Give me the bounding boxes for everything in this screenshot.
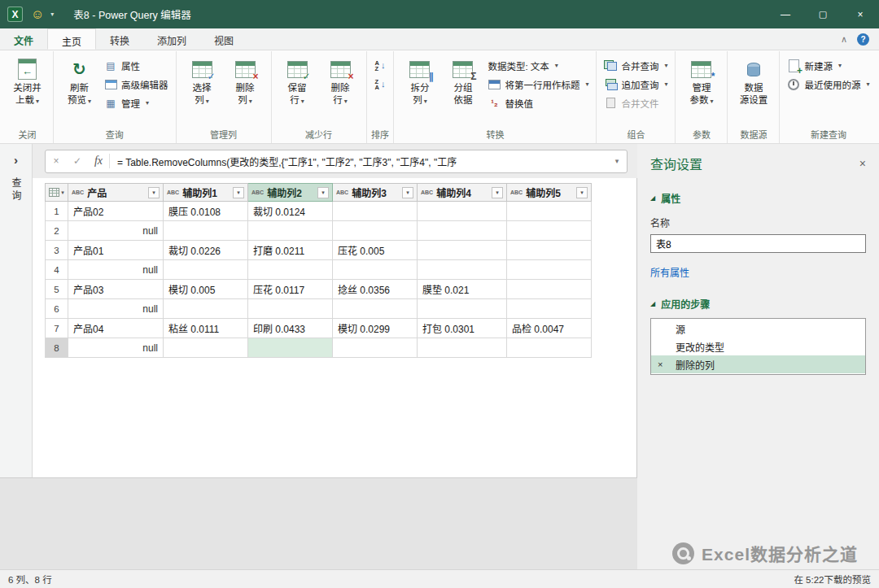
grid-cell[interactable] [164, 260, 248, 280]
applied-steps-section-header[interactable]: ◢ 应用的步骤 [650, 297, 866, 311]
close-panel-icon[interactable]: × [859, 157, 866, 170]
grid-cell[interactable] [248, 299, 333, 319]
grid-cell[interactable]: 打包 0.0301 [418, 319, 507, 338]
formula-cancel-icon[interactable]: × [46, 155, 67, 167]
formula-text[interactable]: = Table.RemoveColumns(更改的类型,{"工序1", "工序2… [110, 155, 607, 168]
column-header-6[interactable]: ABC辅助列5▾ [507, 184, 592, 202]
grid-cell[interactable] [164, 221, 248, 241]
grid-cell[interactable]: 打磨 0.0211 [248, 241, 333, 260]
formula-confirm-icon[interactable]: ✓ [67, 155, 88, 167]
grid-cell[interactable]: 模切 0.005 [164, 280, 248, 299]
delete-step-icon[interactable]: × [658, 359, 663, 369]
query-name-input[interactable] [650, 234, 866, 253]
split-column-button[interactable]: ∥ 拆分 列▾ [398, 53, 441, 107]
data-source-settings-button[interactable]: 数据 源设置 [732, 53, 775, 106]
grid-cell[interactable] [507, 338, 592, 358]
manage-button[interactable]: ▦ 管理 ▾ [101, 95, 172, 111]
grid-cell[interactable]: 捻丝 0.0356 [333, 280, 418, 299]
help-icon[interactable]: ? [857, 33, 869, 46]
grid-cell[interactable] [507, 260, 592, 280]
choose-columns-button[interactable]: ✓ 选择 列▾ [181, 53, 224, 107]
row-number[interactable]: 3 [46, 241, 68, 260]
filter-icon[interactable]: ▾ [233, 187, 244, 198]
step-removed-columns[interactable]: ×删除的列 [651, 355, 865, 373]
filter-icon[interactable]: ▾ [148, 187, 160, 198]
row-number[interactable]: 4 [46, 260, 68, 280]
grid-cell[interactable] [507, 202, 592, 221]
grid-cell[interactable] [248, 338, 333, 358]
grid-cell[interactable] [333, 260, 418, 280]
collapse-ribbon-icon[interactable]: ∧ [841, 34, 847, 45]
grid-cell[interactable] [164, 338, 248, 358]
grid-cell[interactable] [248, 221, 333, 241]
grid-cell[interactable]: 品检 0.0047 [507, 319, 592, 338]
grid-cell[interactable] [507, 299, 592, 319]
grid-cell[interactable]: 膜垫 0.021 [418, 280, 507, 299]
grid-cell[interactable] [333, 202, 418, 221]
advanced-editor-button[interactable]: 高级编辑器 [101, 76, 172, 92]
merge-queries-button[interactable]: 合并查询 ▾ [601, 58, 671, 73]
row-number[interactable]: 7 [46, 319, 68, 338]
grid-cell[interactable] [507, 241, 592, 260]
row-number[interactable]: 5 [46, 280, 68, 299]
properties-section-header[interactable]: ◢ 属性 [650, 191, 866, 205]
grid-cell[interactable] [333, 299, 418, 319]
grid-cell[interactable] [418, 260, 507, 280]
sort-descending-button[interactable]: ZA ↓ [371, 76, 390, 92]
row-number[interactable]: 8 [46, 338, 68, 358]
grid-cell[interactable]: 印刷 0.0433 [248, 319, 333, 338]
sort-ascending-button[interactable]: AZ ↓ [371, 58, 390, 73]
append-queries-button[interactable]: 追加查询 ▾ [601, 76, 671, 92]
tab-home[interactable]: 主页 [47, 28, 96, 50]
grid-cell[interactable] [164, 299, 248, 319]
grid-cell[interactable]: 压花 0.0117 [248, 280, 333, 299]
expand-queries-pane-icon[interactable]: › [14, 154, 18, 166]
grid-cell[interactable] [418, 299, 507, 319]
grid-cell[interactable]: 产品01 [68, 241, 164, 260]
grid-cell[interactable]: 膜压 0.0108 [164, 202, 248, 221]
grid-cell[interactable]: null [68, 338, 164, 358]
tab-file[interactable]: 文件 [0, 28, 47, 50]
grid-cell[interactable]: null [68, 221, 164, 241]
column-header-2[interactable]: ABC辅助列1▾ [164, 184, 248, 202]
all-properties-link[interactable]: 所有属性 [650, 265, 866, 279]
step-changed-type[interactable]: 更改的类型 [651, 338, 865, 355]
grid-cell[interactable]: 裁切 0.0226 [164, 241, 248, 260]
remove-columns-button[interactable]: × 删除 列▾ [224, 53, 267, 107]
tab-transform[interactable]: 转换 [96, 28, 143, 50]
formula-bar[interactable]: × ✓ fx = Table.RemoveColumns(更改的类型,{"工序1… [45, 150, 628, 173]
grid-cell[interactable] [418, 202, 507, 221]
grid-cell[interactable] [418, 338, 507, 358]
close-and-load-button[interactable]: ← 关闭并 上载▾ [6, 53, 49, 107]
grid-cell[interactable]: 产品04 [68, 319, 164, 338]
filter-icon[interactable]: ▾ [402, 187, 413, 198]
tab-view[interactable]: 视图 [200, 28, 247, 50]
properties-button[interactable]: ▤ 属性 [101, 58, 172, 73]
grid-cell[interactable] [333, 338, 418, 358]
data-type-button[interactable]: 数据类型: 文本 ▾ [484, 58, 592, 73]
combine-files-button[interactable]: 合并文件 [601, 95, 671, 111]
manage-parameters-button[interactable]: * 管理 参数▾ [680, 53, 723, 107]
grid-cell[interactable]: 产品02 [68, 202, 164, 221]
tab-add-column[interactable]: 添加列 [143, 28, 200, 50]
minimize-button[interactable]: — [767, 0, 804, 28]
grid-cell[interactable]: 压花 0.005 [333, 241, 418, 260]
grid-cell[interactable]: null [68, 260, 164, 280]
row-number[interactable]: 1 [46, 202, 68, 221]
grid-cell[interactable]: 产品03 [68, 280, 164, 299]
row-number[interactable]: 2 [46, 221, 68, 241]
recent-sources-button[interactable]: 最近使用的源 ▾ [784, 76, 872, 92]
filter-icon[interactable]: ▾ [576, 187, 588, 198]
grid-cell[interactable] [418, 221, 507, 241]
grid-cell[interactable]: 裁切 0.0124 [248, 202, 333, 221]
select-all-cell[interactable]: ▾ [46, 184, 68, 202]
column-header-3[interactable]: ABC辅助列2▾ [248, 184, 333, 202]
filter-icon[interactable]: ▾ [317, 187, 329, 198]
replace-values-button[interactable]: ¹₂ 替换值 [484, 95, 592, 111]
use-first-row-as-headers-button[interactable]: 将第一行用作标题 ▾ [484, 76, 592, 92]
remove-rows-button[interactable]: × 删除 行▾ [319, 53, 362, 107]
filter-icon[interactable]: ▾ [492, 187, 503, 198]
grid-cell[interactable] [507, 221, 592, 241]
feedback-smiley-icon[interactable]: ☺ [31, 8, 44, 21]
grid-cell[interactable] [418, 241, 507, 260]
